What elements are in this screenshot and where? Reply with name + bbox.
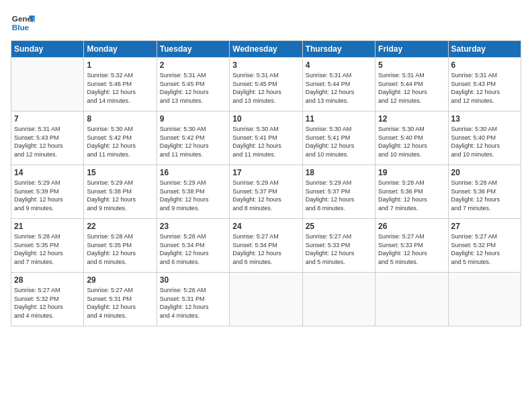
day-info: Sunrise: 5:31 AMSunset: 5:45 PMDaylight:… [160, 71, 226, 105]
day-info: Sunrise: 5:28 AMSunset: 5:36 PMDaylight:… [451, 179, 518, 212]
calendar-cell [230, 273, 302, 326]
calendar-cell: 23Sunrise: 5:28 AMSunset: 5:34 PMDayligh… [157, 219, 229, 273]
day-info: Sunrise: 5:28 AMSunset: 5:36 PMDaylight:… [378, 179, 445, 212]
calendar-cell [375, 273, 448, 326]
calendar-cell [448, 273, 521, 326]
day-number: 29 [87, 275, 153, 285]
calendar-cell: 28Sunrise: 5:27 AMSunset: 5:32 PMDayligh… [11, 273, 84, 326]
calendar-cell: 7Sunrise: 5:31 AMSunset: 5:43 PMDaylight… [11, 111, 84, 165]
calendar-cell: 15Sunrise: 5:29 AMSunset: 5:38 PMDayligh… [84, 165, 157, 219]
calendar-cell: 30Sunrise: 5:26 AMSunset: 5:31 PMDayligh… [157, 273, 229, 326]
calendar-cell: 26Sunrise: 5:27 AMSunset: 5:33 PMDayligh… [375, 219, 448, 273]
calendar-cell: 3Sunrise: 5:31 AMSunset: 5:45 PMDaylight… [230, 58, 302, 111]
day-number: 5 [378, 60, 445, 70]
day-info: Sunrise: 5:28 AMSunset: 5:35 PMDaylight:… [87, 232, 153, 266]
day-number: 16 [160, 168, 226, 177]
day-info: Sunrise: 5:31 AMSunset: 5:43 PMDaylight:… [14, 125, 81, 158]
calendar-header-row: SundayMondayTuesdayWednesdayThursdayFrid… [11, 41, 521, 58]
day-number: 27 [451, 222, 518, 231]
day-number: 28 [14, 275, 81, 285]
day-info: Sunrise: 5:27 AMSunset: 5:34 PMDaylight:… [232, 232, 299, 266]
calendar-cell: 24Sunrise: 5:27 AMSunset: 5:34 PMDayligh… [230, 219, 302, 273]
day-info: Sunrise: 5:29 AMSunset: 5:37 PMDaylight:… [306, 179, 372, 212]
day-number: 14 [14, 168, 81, 177]
day-number: 15 [87, 168, 153, 177]
logo: General Blue [11, 11, 35, 35]
calendar-cell: 2Sunrise: 5:31 AMSunset: 5:45 PMDaylight… [157, 58, 229, 111]
calendar-cell: 13Sunrise: 5:30 AMSunset: 5:40 PMDayligh… [448, 111, 521, 165]
day-info: Sunrise: 5:31 AMSunset: 5:43 PMDaylight:… [451, 71, 518, 105]
day-info: Sunrise: 5:26 AMSunset: 5:31 PMDaylight:… [160, 286, 226, 320]
calendar-cell [302, 273, 375, 326]
calendar-header-saturday: Saturday [448, 41, 521, 58]
day-info: Sunrise: 5:29 AMSunset: 5:37 PMDaylight:… [232, 179, 299, 212]
svg-text:Blue: Blue [12, 23, 30, 32]
day-number: 26 [378, 222, 445, 231]
calendar-header-monday: Monday [84, 41, 157, 58]
day-info: Sunrise: 5:29 AMSunset: 5:38 PMDaylight:… [87, 179, 153, 212]
calendar-cell [11, 58, 84, 111]
calendar-week-row: 7Sunrise: 5:31 AMSunset: 5:43 PMDaylight… [11, 111, 521, 165]
day-info: Sunrise: 5:30 AMSunset: 5:42 PMDaylight:… [160, 125, 226, 158]
calendar-cell: 11Sunrise: 5:30 AMSunset: 5:41 PMDayligh… [302, 111, 375, 165]
calendar-cell: 9Sunrise: 5:30 AMSunset: 5:42 PMDaylight… [157, 111, 229, 165]
day-info: Sunrise: 5:31 AMSunset: 5:44 PMDaylight:… [378, 71, 445, 105]
calendar-cell: 10Sunrise: 5:30 AMSunset: 5:41 PMDayligh… [230, 111, 302, 165]
calendar-cell: 25Sunrise: 5:27 AMSunset: 5:33 PMDayligh… [302, 219, 375, 273]
day-info: Sunrise: 5:27 AMSunset: 5:31 PMDaylight:… [87, 286, 153, 320]
day-number: 1 [87, 60, 153, 70]
day-info: Sunrise: 5:29 AMSunset: 5:38 PMDaylight:… [160, 179, 226, 212]
day-info: Sunrise: 5:30 AMSunset: 5:41 PMDaylight:… [232, 125, 299, 158]
page-header: General Blue [11, 11, 521, 35]
day-info: Sunrise: 5:32 AMSunset: 5:46 PMDaylight:… [87, 71, 153, 105]
day-number: 4 [306, 60, 372, 70]
calendar-cell: 6Sunrise: 5:31 AMSunset: 5:43 PMDaylight… [448, 58, 521, 111]
day-info: Sunrise: 5:30 AMSunset: 5:41 PMDaylight:… [306, 125, 372, 158]
day-number: 24 [232, 222, 299, 231]
day-number: 12 [378, 114, 445, 124]
day-info: Sunrise: 5:28 AMSunset: 5:35 PMDaylight:… [14, 232, 81, 266]
day-number: 23 [160, 222, 226, 231]
day-number: 9 [160, 114, 226, 124]
day-number: 20 [451, 168, 518, 177]
day-info: Sunrise: 5:28 AMSunset: 5:34 PMDaylight:… [160, 232, 226, 266]
day-number: 17 [232, 168, 299, 177]
calendar-cell: 17Sunrise: 5:29 AMSunset: 5:37 PMDayligh… [230, 165, 302, 219]
calendar-header-tuesday: Tuesday [157, 41, 229, 58]
calendar-cell: 29Sunrise: 5:27 AMSunset: 5:31 PMDayligh… [84, 273, 157, 326]
calendar-cell: 12Sunrise: 5:30 AMSunset: 5:40 PMDayligh… [375, 111, 448, 165]
day-number: 8 [87, 114, 153, 124]
day-info: Sunrise: 5:27 AMSunset: 5:32 PMDaylight:… [14, 286, 81, 320]
calendar-cell: 14Sunrise: 5:29 AMSunset: 5:39 PMDayligh… [11, 165, 84, 219]
calendar-week-row: 1Sunrise: 5:32 AMSunset: 5:46 PMDaylight… [11, 58, 521, 111]
calendar-header-friday: Friday [375, 41, 448, 58]
day-number: 6 [451, 60, 518, 70]
day-number: 18 [306, 168, 372, 177]
day-info: Sunrise: 5:31 AMSunset: 5:45 PMDaylight:… [232, 71, 299, 105]
calendar-week-row: 21Sunrise: 5:28 AMSunset: 5:35 PMDayligh… [11, 219, 521, 273]
day-number: 10 [232, 114, 299, 124]
calendar-cell: 16Sunrise: 5:29 AMSunset: 5:38 PMDayligh… [157, 165, 229, 219]
calendar-cell: 8Sunrise: 5:30 AMSunset: 5:42 PMDaylight… [84, 111, 157, 165]
calendar-header-wednesday: Wednesday [230, 41, 302, 58]
calendar-cell: 21Sunrise: 5:28 AMSunset: 5:35 PMDayligh… [11, 219, 84, 273]
logo-icon: General Blue [11, 11, 35, 35]
calendar-cell: 19Sunrise: 5:28 AMSunset: 5:36 PMDayligh… [375, 165, 448, 219]
calendar-week-row: 28Sunrise: 5:27 AMSunset: 5:32 PMDayligh… [11, 273, 521, 326]
day-number: 13 [451, 114, 518, 124]
day-info: Sunrise: 5:27 AMSunset: 5:33 PMDaylight:… [306, 232, 372, 266]
day-info: Sunrise: 5:27 AMSunset: 5:33 PMDaylight:… [378, 232, 445, 266]
calendar-cell: 5Sunrise: 5:31 AMSunset: 5:44 PMDaylight… [375, 58, 448, 111]
calendar-body: 1Sunrise: 5:32 AMSunset: 5:46 PMDaylight… [11, 58, 521, 326]
day-number: 25 [306, 222, 372, 231]
calendar-header-thursday: Thursday [302, 41, 375, 58]
day-number: 2 [160, 60, 226, 70]
day-number: 7 [14, 114, 81, 124]
day-info: Sunrise: 5:30 AMSunset: 5:42 PMDaylight:… [87, 125, 153, 158]
calendar-cell: 18Sunrise: 5:29 AMSunset: 5:37 PMDayligh… [302, 165, 375, 219]
day-number: 11 [306, 114, 372, 124]
day-number: 22 [87, 222, 153, 231]
day-number: 3 [232, 60, 299, 70]
day-info: Sunrise: 5:30 AMSunset: 5:40 PMDaylight:… [451, 125, 518, 158]
day-info: Sunrise: 5:27 AMSunset: 5:32 PMDaylight:… [451, 232, 518, 266]
